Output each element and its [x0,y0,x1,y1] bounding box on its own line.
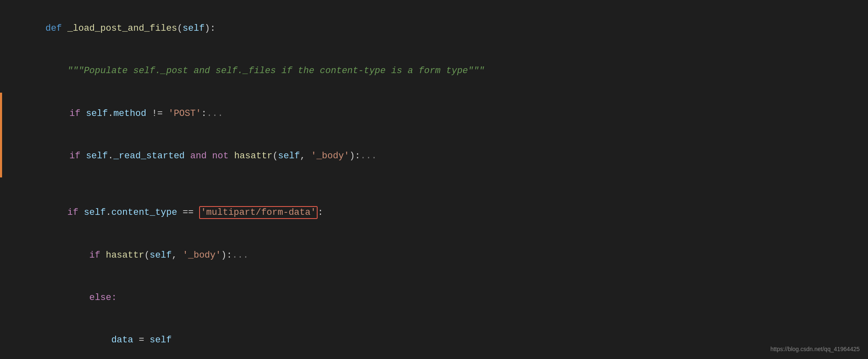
var-self: self [86,108,108,119]
code-line-7: if hasattr(self, '_body'):... [0,234,868,277]
code-line-9: data = self [0,319,868,359]
str-post: 'POST' [168,108,201,119]
function-name: _load_post_and_files [67,23,177,34]
code-line-6: if self.content_type == 'multipart/form-… [0,192,868,234]
builtin-hasattr: hasattr [234,151,272,161]
code-line-5 [0,177,868,192]
attr-method: method [113,108,146,119]
code-line-4: if self._read_started and not hasattr(se… [0,135,868,177]
highlight-multipart: 'multipart/form-data' [199,206,318,219]
code-line-3: if self.method != 'POST':... [0,93,868,135]
kw-if4: if [45,250,106,261]
str-multipart: 'multipart/form-data' [201,207,316,218]
docstring: """Populate self._post and self._files i… [45,66,484,76]
left-bar [0,93,2,135]
kw-not: not [212,151,234,161]
paren-close: ): [205,23,215,34]
param-self: self [182,23,205,34]
paren-open: ( [177,23,182,34]
code-line-1: def _load_post_and_files(self): [0,7,868,50]
ellipsis: ... [207,108,223,119]
kw-if2: if [47,151,86,161]
ellipsis2: ... [360,151,377,161]
kw-if3: if [45,207,84,218]
kw-if: if [47,108,86,119]
code-line-8: else: [0,277,868,319]
watermark: https://blog.csdn.net/qq_41964425 [770,345,860,354]
str-body: '_body' [311,151,349,161]
ellipsis3: ... [232,250,249,261]
str-body2: '_body' [182,250,221,261]
builtin-hasattr2: hasattr [106,250,144,261]
code-line-2: """Populate self._post and self._files i… [0,50,868,92]
var-data: data [45,335,133,345]
kw-else: else: [45,293,117,303]
left-bar [0,135,2,177]
kw-and: and [190,151,212,161]
code-block: def _load_post_and_files(self): """Popul… [0,0,868,359]
keyword-def: def [45,23,67,34]
